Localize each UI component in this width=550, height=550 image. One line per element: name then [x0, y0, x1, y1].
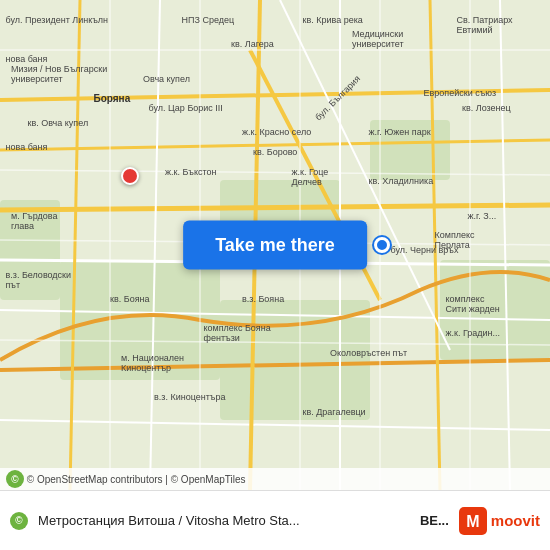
- svg-line-13: [70, 0, 80, 490]
- svg-line-8: [0, 205, 550, 210]
- svg-line-12: [0, 420, 550, 430]
- current-location-dot: [374, 237, 390, 253]
- take-me-there-button[interactable]: Take me there: [183, 221, 367, 270]
- moovit-logo: M moovit: [459, 507, 540, 535]
- station-info: Метростанция Витоша / Vitosha Metro Sta.…: [38, 513, 410, 528]
- station-code: BE...: [420, 513, 449, 528]
- osm-icon: ©: [6, 470, 24, 488]
- moovit-icon: M: [459, 507, 487, 535]
- svg-line-14: [150, 0, 160, 490]
- svg-line-7: [0, 140, 550, 150]
- map-attribution: © © OpenStreetMap contributors | © OpenM…: [0, 468, 550, 490]
- app: НПЗ Средец кв. Крива река Медицинскиунив…: [0, 0, 550, 550]
- destination-pin: [121, 167, 139, 185]
- station-name: Метростанция Витоша / Vitosha Metro Sta.…: [38, 513, 410, 528]
- svg-rect-1: [370, 120, 450, 180]
- svg-line-17: [430, 0, 440, 490]
- map-container: НПЗ Средец кв. Крива река Медицинскиунив…: [0, 0, 550, 490]
- osm-attribution: © OpenStreetMap contributors | © OpenMap…: [27, 474, 246, 485]
- osm-logo-icon: ©: [10, 512, 28, 530]
- bottom-bar: © Метростанция Витоша / Vitosha Metro St…: [0, 490, 550, 550]
- svg-text:M: M: [466, 513, 479, 530]
- svg-rect-2: [0, 200, 60, 300]
- pin-circle: [121, 167, 139, 185]
- moovit-brand-text: moovit: [491, 512, 540, 529]
- svg-line-22: [0, 170, 550, 175]
